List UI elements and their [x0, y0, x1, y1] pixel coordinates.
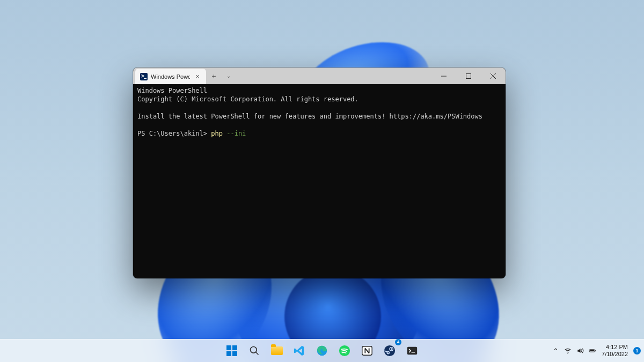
taskbar[interactable]: 4 ⌃ 4:12 PM 7/10/2022 1: [0, 339, 644, 362]
notification-badge[interactable]: 1: [633, 347, 641, 354]
titlebar-drag-area[interactable]: [236, 68, 431, 84]
tab-title: Windows PowerShell: [151, 73, 190, 80]
maximize-button[interactable]: [456, 68, 481, 84]
svg-line-5: [256, 352, 259, 355]
edge-button[interactable]: [312, 341, 332, 361]
svg-point-11: [391, 348, 392, 350]
terminal-line: Windows PowerShell: [137, 87, 207, 94]
svg-rect-1: [466, 73, 471, 78]
tray-date: 7/10/2022: [602, 351, 628, 358]
close-window-button[interactable]: [481, 68, 506, 84]
tab-powershell[interactable]: Windows PowerShell ×: [135, 69, 206, 84]
taskbar-center: 4: [222, 341, 422, 361]
powershell-icon: [140, 73, 148, 80]
start-button[interactable]: [222, 341, 242, 361]
svg-rect-17: [595, 350, 596, 351]
terminal-command: php: [211, 130, 223, 137]
desktop: Windows PowerShell × ＋ ⌄ Windows PowerSh…: [0, 0, 644, 362]
svg-rect-13: [407, 347, 417, 355]
quick-settings-button[interactable]: [564, 347, 596, 354]
steam-icon: [384, 345, 396, 357]
terminal-icon: [406, 345, 418, 357]
system-tray: ⌃ 4:12 PM 7/10/2022 1: [553, 344, 641, 358]
spotify-button[interactable]: [334, 341, 355, 361]
minimize-button[interactable]: [431, 68, 456, 84]
notion-icon: [361, 345, 373, 357]
vscode-icon: [294, 345, 305, 357]
wifi-icon: [564, 347, 572, 354]
terminal-line: Install the latest PowerShell for new fe…: [137, 113, 482, 120]
spotify-icon: [339, 345, 350, 357]
terminal-line: Copyright (C) Microsoft Corporation. All…: [137, 95, 358, 103]
steam-badge: 4: [395, 339, 401, 345]
tray-time: 4:12 PM: [602, 344, 628, 351]
windows-logo-icon: [226, 345, 237, 356]
titlebar[interactable]: Windows PowerShell × ＋ ⌄: [133, 68, 506, 84]
file-explorer-button[interactable]: [267, 341, 287, 361]
svg-point-4: [251, 347, 257, 353]
steam-button[interactable]: 4: [379, 341, 400, 361]
svg-point-14: [567, 353, 568, 354]
vscode-button[interactable]: [289, 341, 310, 361]
terminal-window[interactable]: Windows PowerShell × ＋ ⌄ Windows PowerSh…: [133, 68, 506, 278]
edge-icon: [316, 345, 328, 357]
svg-rect-16: [590, 350, 594, 351]
folder-icon: [271, 346, 283, 355]
close-tab-button[interactable]: ×: [193, 72, 202, 81]
clock-button[interactable]: 4:12 PM 7/10/2022: [602, 344, 628, 358]
terminal-body[interactable]: Windows PowerShell Copyright (C) Microso…: [133, 84, 506, 278]
terminal-taskbar-button[interactable]: [402, 341, 422, 361]
new-tab-button[interactable]: ＋: [206, 68, 221, 84]
search-icon: [249, 345, 260, 356]
notion-button[interactable]: [357, 341, 377, 361]
search-button[interactable]: [244, 341, 265, 361]
tray-overflow-button[interactable]: ⌃: [553, 347, 559, 355]
volume-icon: [576, 347, 584, 354]
battery-icon: [589, 347, 596, 354]
svg-point-9: [384, 345, 395, 356]
terminal-prompt: PS C:\Users\akinl>: [137, 130, 207, 137]
terminal-argument: --ini: [226, 130, 246, 137]
tab-menu-button[interactable]: ⌄: [221, 68, 236, 84]
